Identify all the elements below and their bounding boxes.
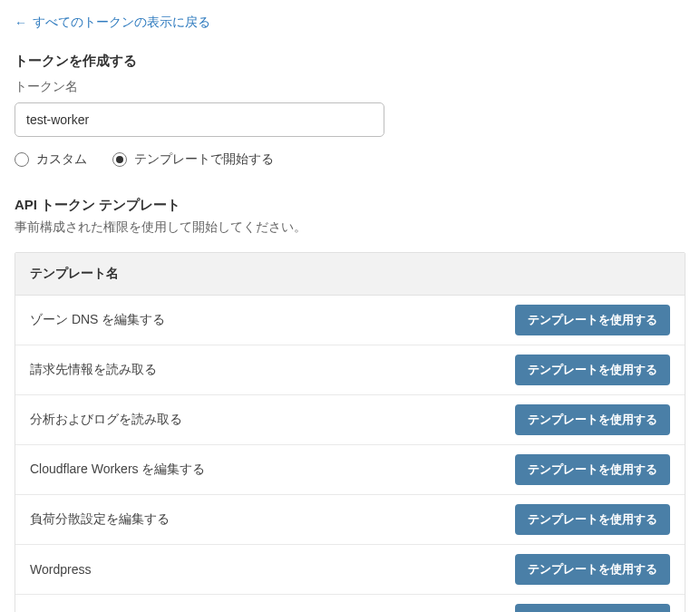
use-template-button[interactable]: テンプレートを使用する: [515, 604, 670, 612]
template-row: Cloudflare Workers を編集するテンプレートを使用する: [15, 445, 685, 495]
template-row: すべてのリソースを読み取るテンプレートを使用する: [15, 595, 685, 612]
template-row: 負荷分散設定を編集するテンプレートを使用する: [15, 495, 685, 545]
template-row: 分析およびログを読み取るテンプレートを使用する: [15, 395, 685, 445]
templates-title: API トークン テンプレート: [15, 197, 685, 214]
radio-custom[interactable]: カスタム: [15, 151, 87, 168]
radio-template-label: テンプレートで開始する: [134, 151, 274, 168]
use-template-button[interactable]: テンプレートを使用する: [515, 504, 670, 535]
template-name: 負荷分散設定を編集する: [30, 511, 170, 528]
arrow-left-icon: ←: [15, 15, 27, 30]
back-link-label: すべてのトークンの表示に戻る: [33, 15, 210, 31]
template-name: 請求先情報を読み取る: [30, 362, 157, 378]
templates-desc: 事前構成された権限を使用して開始してください。: [15, 219, 685, 236]
create-token-title: トークンを作成する: [15, 53, 685, 70]
token-name-label: トークン名: [15, 79, 685, 95]
use-template-button[interactable]: テンプレートを使用する: [515, 454, 670, 485]
back-link[interactable]: ← すべてのトークンの表示に戻る: [15, 15, 210, 31]
use-template-button[interactable]: テンプレートを使用する: [515, 355, 670, 385]
radio-icon: [15, 152, 29, 167]
template-name: ゾーン DNS を編集する: [30, 312, 165, 328]
templates-header: テンプレート名: [15, 253, 685, 296]
radio-icon-checked: [112, 152, 127, 167]
use-template-button[interactable]: テンプレートを使用する: [515, 554, 670, 585]
template-name: 分析およびログを読み取る: [30, 412, 182, 428]
template-name: Cloudflare Workers を編集する: [30, 461, 205, 478]
token-name-input[interactable]: [15, 102, 384, 137]
template-row: ゾーン DNS を編集するテンプレートを使用する: [15, 296, 685, 345]
use-template-button[interactable]: テンプレートを使用する: [515, 305, 670, 335]
start-mode-radios: カスタム テンプレートで開始する: [15, 151, 685, 168]
radio-custom-label: カスタム: [36, 151, 87, 168]
template-row: 請求先情報を読み取るテンプレートを使用する: [15, 345, 685, 395]
template-name: Wordpress: [30, 562, 91, 577]
use-template-button[interactable]: テンプレートを使用する: [515, 404, 670, 435]
templates-table: テンプレート名 ゾーン DNS を編集するテンプレートを使用する請求先情報を読み…: [15, 252, 685, 612]
radio-template[interactable]: テンプレートで開始する: [112, 151, 274, 168]
template-row: Wordpressテンプレートを使用する: [15, 545, 685, 595]
